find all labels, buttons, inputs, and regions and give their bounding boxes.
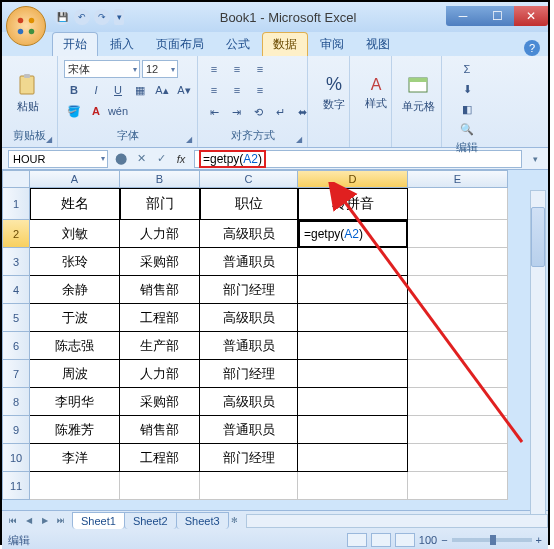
- cell[interactable]: [200, 472, 298, 500]
- cell[interactable]: 陈雅芳: [30, 416, 120, 444]
- cell[interactable]: [408, 416, 508, 444]
- tab-formulas[interactable]: 公式: [216, 33, 260, 56]
- cell[interactable]: 普通职员: [200, 416, 298, 444]
- next-sheet-icon[interactable]: ▶: [38, 514, 52, 528]
- cell[interactable]: [408, 360, 508, 388]
- row-header-9[interactable]: 9: [2, 416, 30, 444]
- sort-filter-icon[interactable]: 🔍: [457, 120, 477, 138]
- save-icon[interactable]: 💾: [54, 9, 70, 25]
- pagelayout-view-icon[interactable]: [371, 533, 391, 547]
- cell[interactable]: [298, 444, 408, 472]
- font-name-combo[interactable]: 宋体: [64, 60, 140, 78]
- new-sheet-icon[interactable]: ✻: [228, 514, 242, 528]
- sheet-tab-2[interactable]: Sheet2: [124, 512, 177, 529]
- cell[interactable]: 普通职员: [200, 332, 298, 360]
- align-bottom-icon[interactable]: ≡: [250, 60, 270, 78]
- name-box[interactable]: HOUR: [8, 150, 108, 168]
- last-sheet-icon[interactable]: ⏭: [54, 514, 68, 528]
- cell[interactable]: [408, 248, 508, 276]
- shrink-font-icon[interactable]: A▾: [174, 81, 194, 99]
- col-header-D[interactable]: D: [298, 170, 408, 188]
- row-header-8[interactable]: 8: [2, 388, 30, 416]
- close-button[interactable]: ✕: [514, 6, 548, 26]
- row-header-7[interactable]: 7: [2, 360, 30, 388]
- clear-icon[interactable]: ◧: [457, 100, 477, 118]
- cell[interactable]: [408, 220, 508, 248]
- wrap-text-icon[interactable]: ↵: [270, 103, 290, 121]
- cell[interactable]: 工程部: [120, 444, 200, 472]
- header-cell[interactable]: 转拼音: [298, 188, 408, 220]
- col-header-B[interactable]: B: [120, 170, 200, 188]
- cell[interactable]: [298, 332, 408, 360]
- cancel-formula-icon[interactable]: ✕: [132, 151, 150, 167]
- row-header-2[interactable]: 2: [2, 220, 30, 248]
- pagebreak-view-icon[interactable]: [395, 533, 415, 547]
- cell[interactable]: [298, 360, 408, 388]
- cell[interactable]: 普通职员: [200, 248, 298, 276]
- cell[interactable]: 生产部: [120, 332, 200, 360]
- tab-data[interactable]: 数据: [262, 32, 308, 56]
- cell[interactable]: 于波: [30, 304, 120, 332]
- cell[interactable]: 采购部: [120, 248, 200, 276]
- cell[interactable]: [408, 444, 508, 472]
- cell[interactable]: [298, 276, 408, 304]
- decrease-indent-icon[interactable]: ⇤: [204, 103, 224, 121]
- underline-button[interactable]: U: [108, 81, 128, 99]
- font-launcher-icon[interactable]: ◢: [183, 133, 195, 145]
- cell[interactable]: 余静: [30, 276, 120, 304]
- normal-view-icon[interactable]: [347, 533, 367, 547]
- cell[interactable]: [408, 472, 508, 500]
- cell[interactable]: 工程部: [120, 304, 200, 332]
- align-right-icon[interactable]: ≡: [250, 81, 270, 99]
- row-header-4[interactable]: 4: [2, 276, 30, 304]
- cell[interactable]: [298, 472, 408, 500]
- expand-formula-icon[interactable]: ▾: [526, 150, 544, 168]
- zoom-level[interactable]: 100: [419, 534, 437, 546]
- font-size-combo[interactable]: 12: [142, 60, 178, 78]
- cell[interactable]: 部门经理: [200, 360, 298, 388]
- align-top-icon[interactable]: ≡: [204, 60, 224, 78]
- col-header-A[interactable]: A: [30, 170, 120, 188]
- cell[interactable]: 人力部: [120, 220, 200, 248]
- select-all-corner[interactable]: [2, 170, 30, 188]
- cell[interactable]: 李洋: [30, 444, 120, 472]
- zoom-in-icon[interactable]: +: [536, 534, 542, 546]
- autosum-icon[interactable]: Σ: [457, 60, 477, 78]
- tab-view[interactable]: 视图: [356, 33, 400, 56]
- orientation-icon[interactable]: ⟲: [248, 103, 268, 121]
- cell[interactable]: [298, 248, 408, 276]
- expand-namebox-icon[interactable]: ⬤: [112, 151, 130, 167]
- cell[interactable]: 周波: [30, 360, 120, 388]
- zoom-out-icon[interactable]: −: [441, 534, 447, 546]
- cell[interactable]: [408, 188, 508, 220]
- align-center-icon[interactable]: ≡: [227, 81, 247, 99]
- cell[interactable]: 高级职员: [200, 304, 298, 332]
- clipboard-launcher-icon[interactable]: ◢: [43, 133, 55, 145]
- enter-formula-icon[interactable]: ✓: [152, 151, 170, 167]
- zoom-slider[interactable]: [452, 538, 532, 542]
- cell[interactable]: [298, 416, 408, 444]
- align-left-icon[interactable]: ≡: [204, 81, 224, 99]
- col-header-E[interactable]: E: [408, 170, 508, 188]
- cell[interactable]: [298, 388, 408, 416]
- sheet-tab-3[interactable]: Sheet3: [176, 512, 229, 529]
- row-header-6[interactable]: 6: [2, 332, 30, 360]
- tab-insert[interactable]: 插入: [100, 33, 144, 56]
- cell[interactable]: 李明华: [30, 388, 120, 416]
- cell[interactable]: 部门经理: [200, 444, 298, 472]
- cell[interactable]: 张玲: [30, 248, 120, 276]
- bold-button[interactable]: B: [64, 81, 84, 99]
- cell[interactable]: [408, 332, 508, 360]
- cell[interactable]: [408, 276, 508, 304]
- vertical-scrollbar[interactable]: [530, 190, 546, 528]
- redo-icon[interactable]: ↷: [94, 9, 110, 25]
- cell[interactable]: 陈志强: [30, 332, 120, 360]
- cell[interactable]: 采购部: [120, 388, 200, 416]
- cell[interactable]: 人力部: [120, 360, 200, 388]
- cell[interactable]: [408, 304, 508, 332]
- cell[interactable]: [408, 388, 508, 416]
- cell[interactable]: [298, 304, 408, 332]
- fill-icon[interactable]: ⬇: [457, 80, 477, 98]
- cell[interactable]: 销售部: [120, 416, 200, 444]
- row-header-10[interactable]: 10: [2, 444, 30, 472]
